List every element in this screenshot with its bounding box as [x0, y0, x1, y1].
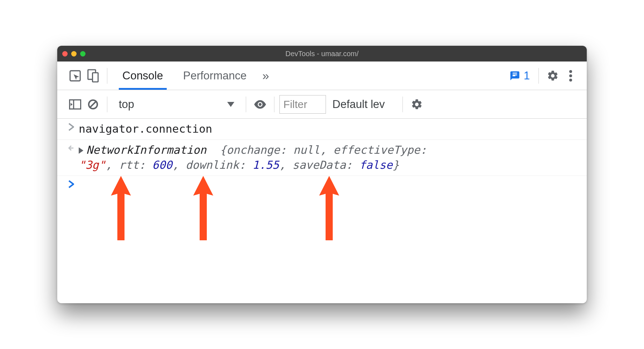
separator — [107, 68, 107, 84]
separator — [402, 97, 403, 112]
more-menu-button[interactable] — [562, 67, 580, 85]
console-input-text: navigator.connection — [79, 122, 587, 137]
separator — [107, 97, 107, 112]
separator — [538, 68, 539, 84]
console-output: navigator.connection NetworkInformation … — [57, 119, 587, 303]
tab-performance[interactable]: Performance — [173, 62, 257, 90]
message-icon — [509, 70, 520, 81]
separator — [274, 97, 274, 112]
val-savedata: false — [359, 158, 392, 171]
messages-count: 1 — [524, 69, 530, 82]
result-classname: NetworkInformation — [86, 143, 206, 156]
svg-point-3 — [569, 70, 572, 73]
settings-button[interactable] — [544, 67, 562, 85]
main-tabs: Console Performance » 1 — [57, 62, 587, 90]
context-label: top — [119, 98, 134, 111]
messages-chip[interactable]: 1 — [506, 69, 533, 82]
window-title: DevTools - umaar.com/ — [57, 50, 587, 58]
titlebar: DevTools - umaar.com/ — [57, 46, 587, 62]
minimize-window-button[interactable] — [71, 51, 77, 56]
key-savedata: saveData — [292, 158, 346, 171]
eye-icon — [254, 100, 267, 109]
svg-point-10 — [259, 103, 262, 106]
console-prompt-row[interactable] — [57, 176, 587, 191]
device-toolbar-icon[interactable] — [84, 67, 102, 85]
svg-rect-2 — [93, 73, 98, 82]
traffic-lights — [62, 51, 86, 56]
log-levels-selector[interactable]: Default lev — [326, 98, 397, 111]
toggle-sidebar-button[interactable] — [66, 95, 84, 113]
kebab-icon — [569, 70, 572, 82]
expand-triangle-icon[interactable] — [79, 147, 83, 154]
svg-line-9 — [90, 102, 96, 107]
console-toolbar: top Filter Default lev — [57, 90, 587, 119]
chevron-down-icon — [227, 102, 234, 107]
console-result-row[interactable]: NetworkInformation {onchange: null, effe… — [57, 139, 587, 176]
key-rtt: rtt — [119, 158, 139, 171]
key-effectivetype: effectiveType — [333, 143, 420, 156]
filter-placeholder: Filter — [283, 98, 307, 110]
val-downlink: 1.55 — [252, 158, 279, 171]
sidebar-icon — [69, 99, 81, 110]
svg-point-5 — [569, 79, 572, 82]
close-window-button[interactable] — [62, 51, 68, 56]
live-expression-button[interactable] — [251, 95, 269, 113]
maximize-window-button[interactable] — [80, 51, 86, 56]
levels-label: Default lev — [332, 98, 385, 110]
more-tabs-icon: » — [262, 69, 269, 83]
val-onchange: null — [293, 143, 320, 156]
tab-label: Console — [122, 69, 163, 82]
filter-input[interactable]: Filter — [279, 95, 326, 114]
val-rtt: 600 — [152, 158, 172, 171]
console-input-row[interactable]: navigator.connection — [57, 119, 587, 139]
clear-console-button[interactable] — [84, 95, 102, 113]
gear-icon — [547, 70, 559, 82]
ban-icon — [87, 99, 99, 110]
console-settings-button[interactable] — [408, 95, 426, 113]
output-chevron-icon — [64, 143, 79, 173]
prompt-chevron-icon — [64, 179, 79, 188]
devtools-window: DevTools - umaar.com/ Console Performanc… — [57, 46, 587, 303]
key-onchange: onchange — [226, 143, 280, 156]
input-chevron-icon — [64, 122, 79, 137]
tab-more[interactable]: » — [257, 62, 275, 90]
gear-icon — [411, 98, 423, 110]
console-prompt-input[interactable] — [79, 179, 587, 188]
inspect-element-icon[interactable] — [66, 67, 84, 85]
console-result-text: NetworkInformation {onchange: null, effe… — [79, 143, 587, 173]
tab-console[interactable]: Console — [112, 62, 173, 90]
svg-point-4 — [569, 74, 572, 77]
val-effectivetype: "3g" — [79, 158, 106, 171]
separator — [246, 97, 246, 112]
context-selector[interactable]: top — [112, 95, 241, 114]
key-downlink: downlink — [186, 158, 239, 171]
tab-label: Performance — [183, 69, 247, 82]
